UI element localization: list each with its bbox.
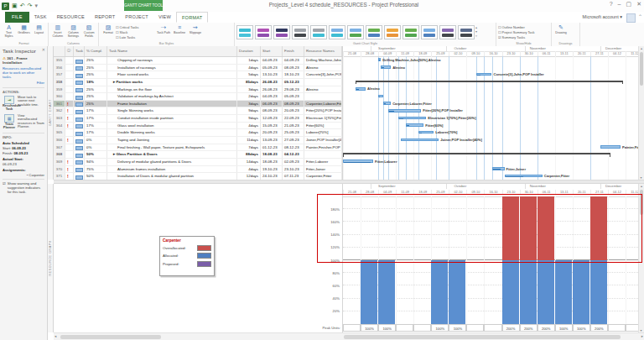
gantt-bar[interactable]: [388, 109, 421, 112]
task-name-cell[interactable]: Single Skinning works: [107, 107, 237, 114]
table-row[interactable]: 36517%Double Skinning works4days20-09-23…: [54, 129, 342, 137]
header-task-name[interactable]: Task Name: [107, 46, 237, 56]
task-name-cell[interactable]: Double Skinning works: [107, 129, 237, 136]
allocated-bar[interactable]: [431, 260, 448, 324]
pct-complete-cell[interactable]: 50%: [85, 151, 107, 158]
duration-cell[interactable]: 11days: [237, 137, 261, 144]
header-pct-complete[interactable]: % Compl.: [85, 46, 107, 56]
redo-icon[interactable]: ↷: [28, 2, 33, 10]
task-mode-cell[interactable]: [74, 159, 85, 165]
resources-cell[interactable]: Carpenter,Fitter: [304, 173, 342, 180]
table-row[interactable]: 364!17%Glass wool installation4days15-09…: [54, 123, 342, 130]
summary-bar[interactable]: [356, 81, 623, 82]
header-id[interactable]: [54, 46, 65, 56]
table-row[interactable]: 35818%▸ Partition works85days26-08-2309-…: [54, 79, 342, 86]
finish-cell[interactable]: 08-12-23: [283, 144, 304, 151]
pct-complete-cell[interactable]: 75%: [85, 166, 107, 173]
column-settings-button[interactable]: ▨Column Settings: [66, 24, 81, 38]
indicator-cell[interactable]: [65, 93, 74, 100]
start-cell[interactable]: 12-09-23: [261, 115, 283, 122]
task-name-cell[interactable]: Floor screed works: [107, 71, 237, 78]
start-cell[interactable]: 06-09-23: [261, 101, 283, 107]
start-cell[interactable]: 01-12-23: [261, 144, 283, 151]
drawing-button[interactable]: ✎Drawing: [553, 24, 569, 38]
start-cell[interactable]: 24-10-23: [261, 173, 283, 180]
pct-complete-cell[interactable]: 25%: [85, 101, 107, 107]
resources-cell[interactable]: Fitter[20%],POP Installer: [304, 107, 342, 114]
tab-task[interactable]: TASK: [29, 12, 52, 23]
task-mode-cell[interactable]: [74, 166, 85, 173]
team-planner-action[interactable]: ▦Team Planner View overallocated resourc…: [3, 114, 44, 130]
row-id-cell[interactable]: 366: [54, 137, 65, 144]
finish-cell[interactable]: 02-09-23: [283, 159, 304, 165]
pct-complete-cell[interactable]: 17%: [85, 115, 107, 122]
pct-complete-cell[interactable]: 17%: [85, 129, 107, 136]
header-resource-names[interactable]: Resource Names: [304, 46, 342, 56]
resources-cell[interactable]: [304, 79, 342, 86]
indicator-cell[interactable]: [65, 86, 74, 93]
tab-project[interactable]: PROJECT: [120, 12, 153, 23]
row-id-cell[interactable]: 355: [54, 57, 65, 64]
gantt-chart-view-strip[interactable]: GANTT CHART: [48, 46, 54, 180]
row-id-cell[interactable]: 368: [54, 151, 65, 158]
start-cell[interactable]: 26-08-23: [261, 86, 283, 93]
table-row[interactable]: 362!17%Single Skinning works9days08-09-2…: [54, 107, 342, 115]
start-cell[interactable]: 08-09-23: [261, 107, 283, 114]
finish-cell[interactable]: 05-09-23: [283, 93, 304, 100]
gantt-style-thumbnail[interactable]: [402, 25, 419, 39]
indicator-cell[interactable]: !: [65, 107, 74, 114]
allocated-bar[interactable]: [555, 260, 572, 324]
task-name-cell[interactable]: Markings on the floor: [107, 86, 237, 93]
task-mode-cell[interactable]: [74, 101, 85, 107]
assignment-carpenter[interactable]: • Carpenter: [3, 173, 44, 177]
duration-cell[interactable]: 7days: [237, 144, 261, 151]
task-mode-cell[interactable]: [74, 123, 85, 129]
row-id-cell[interactable]: 367: [54, 144, 65, 151]
start-cell[interactable]: 15-09-23: [261, 123, 283, 129]
duration-cell[interactable]: 14days: [237, 159, 261, 165]
resources-cell[interactable]: Fitter,Laborer: [304, 159, 342, 165]
horizontal-scrollbar[interactable]: ◂ ▸: [54, 332, 644, 340]
resources-cell[interactable]: Fitter,Joiner: [304, 166, 342, 173]
gridlines-button[interactable]: ▦Gridlines: [17, 24, 31, 38]
duration-cell[interactable]: 12days: [237, 173, 261, 180]
allocated-bar[interactable]: [590, 260, 607, 324]
row-id-cell[interactable]: 362: [54, 107, 65, 114]
row-id-cell[interactable]: 363: [54, 115, 65, 122]
start-cell[interactable]: 20-09-23: [261, 129, 283, 136]
layout-button[interactable]: ▤Layout: [32, 24, 46, 38]
task-name-cell[interactable]: Taping and Jointing: [107, 137, 237, 144]
row-id-cell[interactable]: 370: [54, 166, 65, 173]
header-task-mode[interactable]: Task Mode: [74, 46, 85, 56]
indicator-cell[interactable]: !: [65, 166, 74, 173]
pct-complete-cell[interactable]: 25%: [85, 57, 107, 64]
row-id-cell[interactable]: 371: [54, 173, 65, 180]
table-row[interactable]: 35625%Installation of raceways4days05-09…: [54, 65, 342, 72]
finish-cell[interactable]: 29-08-23: [283, 86, 304, 93]
indicator-cell[interactable]: !: [65, 101, 74, 107]
table-row[interactable]: 3670%Final finishing - Wall paper, Textu…: [54, 144, 342, 152]
tab-report[interactable]: REPORT: [90, 12, 120, 23]
indicator-cell[interactable]: [65, 65, 74, 71]
finish-cell[interactable]: 18-10-23: [283, 71, 304, 78]
indicator-cell[interactable]: !: [65, 159, 74, 165]
pct-complete-cell[interactable]: 17%: [85, 123, 107, 129]
ribbon-collapse-icon[interactable]: ⌃: [638, 13, 642, 19]
resources-cell[interactable]: [304, 151, 342, 158]
resources-cell[interactable]: [304, 93, 342, 100]
start-cell[interactable]: 05-09-23: [261, 65, 283, 71]
row-id-cell[interactable]: 369: [54, 159, 65, 165]
resources-cell[interactable]: Alexino: [304, 86, 342, 93]
table-row[interactable]: 371!50%Installation of Doors & modular g…: [54, 173, 342, 180]
gantt-bar[interactable]: [492, 167, 505, 170]
gantt-chart-style-gallery[interactable]: [236, 24, 475, 39]
start-cell[interactable]: 26-08-23: [261, 79, 283, 86]
resources-cell[interactable]: Concrete[3],John,POP Installer: [304, 71, 342, 78]
resources-cell[interactable]: Fitter[60%]: [304, 123, 342, 129]
window-control-button[interactable]: ?: [610, 1, 613, 8]
task-mode-cell[interactable]: [74, 151, 85, 158]
row-id-cell[interactable]: 356: [54, 65, 65, 71]
finish-cell[interactable]: 23-10-23: [283, 166, 304, 173]
duration-cell[interactable]: 1days: [237, 57, 261, 64]
table-row[interactable]: 370!75%Aluminium frames installation4day…: [54, 166, 342, 174]
